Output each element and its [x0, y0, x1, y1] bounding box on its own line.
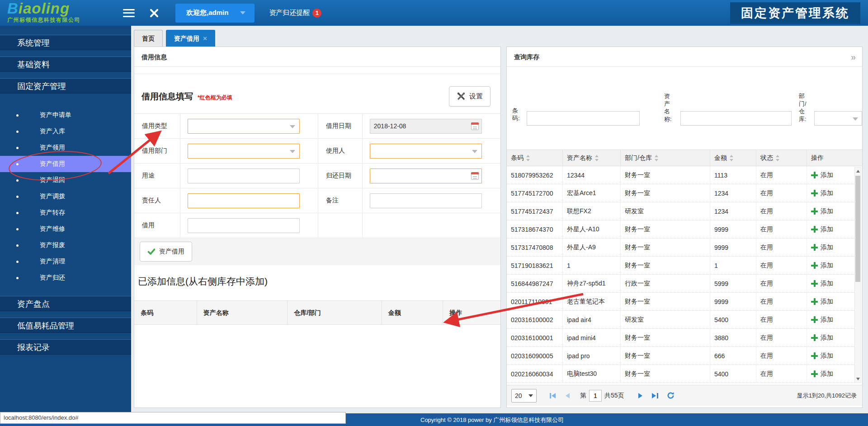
inventory-column-header[interactable]: 资产名称: [563, 150, 621, 166]
first-page-button[interactable]: [549, 393, 557, 399]
add-button[interactable]: 添加: [811, 280, 833, 288]
inventory-column-header[interactable]: 条码: [507, 150, 563, 166]
dept-cell: 财务一室: [621, 329, 710, 346]
inventory-column-header[interactable]: 金额: [710, 150, 756, 166]
sidebar-section-3[interactable]: 固定资产管理: [0, 78, 131, 94]
welcome-label: 欢迎您,admin: [186, 9, 228, 17]
add-button[interactable]: 添加: [811, 243, 833, 252]
amount-cell: 1113: [710, 166, 756, 184]
sidebar-item[interactable]: 资产清理: [0, 253, 131, 270]
next-page-button[interactable]: [638, 393, 643, 399]
form-date-input[interactable]: [370, 169, 482, 183]
borrow-submit-button[interactable]: 资产借用: [140, 242, 192, 262]
add-label: 添加: [821, 352, 833, 360]
sidebar-item[interactable]: 资产退回: [0, 172, 131, 188]
add-button[interactable]: 添加: [811, 352, 833, 360]
barcode-cell: 518079953262: [507, 166, 563, 184]
added-column-header[interactable]: 资产名称: [197, 301, 288, 324]
sort-icon[interactable]: [595, 155, 599, 161]
form-text-input[interactable]: [188, 193, 300, 208]
menu-toggle-icon[interactable]: [123, 9, 135, 17]
added-column-header[interactable]: 条码: [134, 301, 197, 324]
close-icon[interactable]: [149, 8, 159, 18]
sidebar-item[interactable]: 资产维修: [0, 221, 131, 237]
asset-name-filter-input[interactable]: [680, 111, 792, 126]
sidebar-item[interactable]: 资产领用: [0, 140, 131, 156]
tab-close-icon[interactable]: ×: [203, 34, 207, 42]
sort-icon[interactable]: [776, 155, 780, 161]
add-button[interactable]: 添加: [811, 225, 833, 234]
added-column-header[interactable]: 仓库/部门: [288, 301, 382, 324]
asset-name-filter-label: 资产名称:: [664, 92, 671, 123]
refresh-button[interactable]: [667, 392, 675, 399]
sort-icon[interactable]: [655, 155, 659, 161]
added-column-header[interactable]: 金额: [382, 301, 443, 324]
chevron-down-icon: [472, 150, 477, 153]
sidebar-bottom-section-3[interactable]: 报表记录: [0, 339, 131, 355]
inventory-column-header[interactable]: 部门/仓库: [621, 150, 710, 166]
add-button[interactable]: 添加: [811, 316, 833, 324]
add-icon: [811, 298, 818, 305]
dept-cell: 研发室: [621, 311, 710, 328]
add-button[interactable]: 添加: [811, 171, 833, 179]
sidebar-item-label: 资产借用: [40, 160, 65, 168]
scroll-down-icon[interactable]: [856, 378, 860, 380]
sidebar-bottom-section-2[interactable]: 低值易耗品管理: [0, 318, 131, 333]
sidebar-item[interactable]: 资产归还: [0, 270, 131, 286]
tab-home[interactable]: 首页: [134, 30, 163, 47]
prev-page-button[interactable]: [565, 393, 570, 399]
tab-active[interactable]: 资产借用×: [166, 30, 215, 47]
sidebar-item[interactable]: 资产入库: [0, 123, 131, 140]
form-date-input[interactable]: 2018-12-08: [370, 119, 482, 134]
added-column-header[interactable]: 操作: [443, 301, 500, 324]
sidebar-item[interactable]: 资产转存: [0, 205, 131, 221]
operation-cell: 添加: [807, 329, 855, 346]
operation-cell: 添加: [807, 293, 855, 310]
add-button[interactable]: 添加: [811, 298, 833, 306]
sidebar-bottom-section-1[interactable]: 资产盘点: [0, 296, 131, 311]
form-select[interactable]: [188, 144, 300, 159]
sort-icon[interactable]: [730, 155, 734, 161]
borrow-form-title: 借用信息填写: [142, 91, 193, 103]
status-cell: 在用: [756, 329, 807, 346]
calendar-icon[interactable]: [471, 122, 479, 130]
status-cell: 在用: [756, 239, 807, 256]
sort-icon[interactable]: [526, 155, 530, 161]
form-select[interactable]: [370, 144, 482, 159]
add-label: 添加: [821, 298, 833, 306]
chevron-down-icon: [290, 150, 295, 153]
collapse-panel-icon[interactable]: »: [851, 47, 856, 67]
form-text-input[interactable]: [188, 169, 300, 183]
settings-button[interactable]: 设置: [449, 86, 491, 107]
column-label: 金额: [714, 154, 727, 162]
page-size-select[interactable]: 20: [511, 389, 537, 403]
asset-name-cell: 外星人-A9: [563, 239, 621, 256]
dept-cell: 财务一室: [621, 257, 710, 274]
user-menu-button[interactable]: 欢迎您,admin: [175, 4, 255, 23]
form-select[interactable]: [188, 119, 300, 134]
add-button[interactable]: 添加: [811, 262, 833, 270]
form-text-input[interactable]: [370, 193, 482, 208]
sidebar-section-1[interactable]: 系统管理: [0, 35, 131, 50]
form-text-input[interactable]: [188, 218, 300, 233]
dept-filter-select[interactable]: [814, 111, 862, 126]
scrollbar-thumb[interactable]: [855, 176, 860, 282]
barcode-filter-input[interactable]: [527, 111, 640, 126]
scroll-up-icon[interactable]: [856, 170, 860, 173]
calendar-icon[interactable]: [471, 172, 479, 180]
last-page-button[interactable]: [651, 393, 659, 399]
inventory-column-header[interactable]: 操作: [807, 150, 862, 166]
add-button[interactable]: 添加: [811, 334, 833, 342]
inventory-column-header[interactable]: 状态: [756, 150, 807, 166]
sidebar-item[interactable]: 资产借用: [0, 156, 131, 172]
add-button[interactable]: 添加: [811, 370, 833, 378]
sidebar-item[interactable]: 资产调拨: [0, 188, 131, 205]
sidebar-item[interactable]: 资产报废: [0, 237, 131, 253]
sidebar-item[interactable]: 资产申请单: [0, 107, 131, 123]
add-button[interactable]: 添加: [811, 207, 833, 215]
page-number-input[interactable]: [589, 390, 602, 402]
sidebar-section-2[interactable]: 基础资料: [0, 56, 131, 72]
add-button[interactable]: 添加: [811, 189, 833, 197]
return-reminder-link[interactable]: 资产归还提醒 1: [269, 9, 321, 18]
vertical-scrollbar[interactable]: [854, 167, 861, 383]
